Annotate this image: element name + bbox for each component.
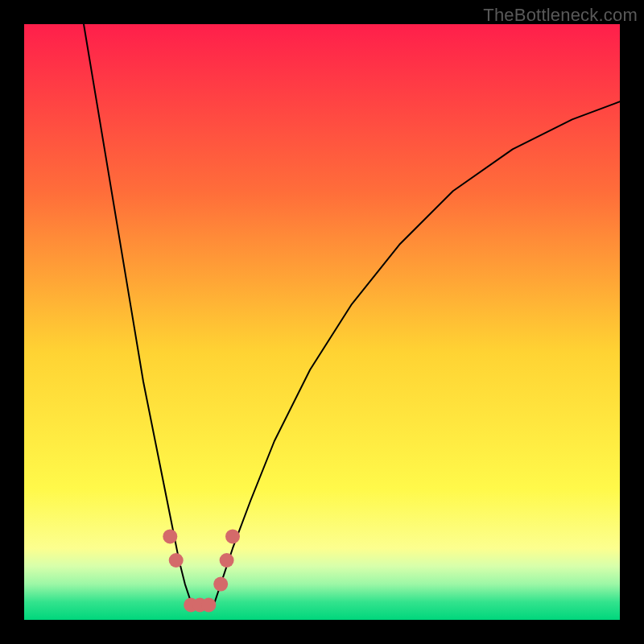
- watermark-text: TheBottleneck.com: [483, 5, 638, 26]
- highlight-point: [213, 577, 228, 592]
- highlight-point: [201, 598, 216, 613]
- chart-frame: [24, 24, 620, 620]
- bottleneck-chart: [24, 24, 620, 620]
- highlight-point: [225, 529, 240, 543]
- highlight-point: [169, 553, 184, 568]
- highlight-point: [220, 553, 234, 568]
- chart-background: [24, 24, 620, 620]
- highlight-point: [163, 529, 177, 543]
